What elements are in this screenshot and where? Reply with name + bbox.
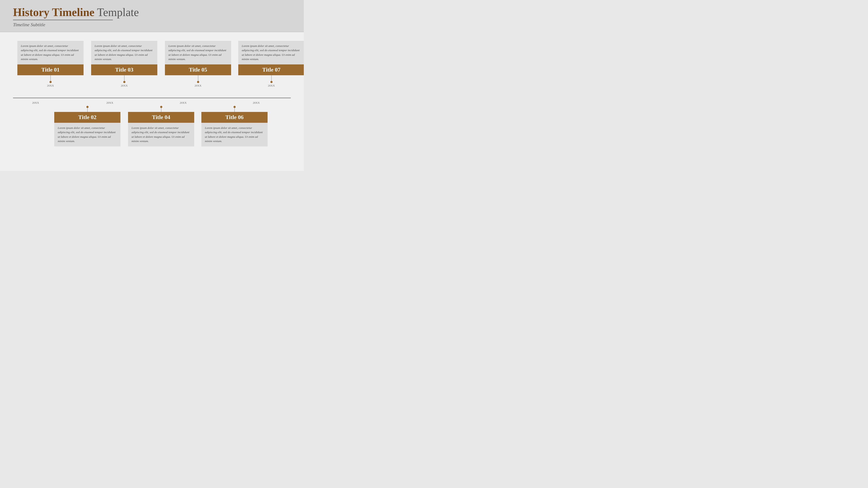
bottom-item-2: Title 02 Lorem ipsum dolor sit amet, con… — [54, 106, 120, 147]
connector-5 — [198, 75, 198, 81]
dot-7 — [270, 81, 273, 83]
card-title-7: Title 07 — [238, 64, 304, 75]
bottom-item-6: Title 06 Lorem ipsum dolor sit amet, con… — [202, 106, 268, 147]
top-item-3: Lorem ipsum dolor sit amet, consectetur … — [91, 41, 157, 88]
card-text-7: Lorem ipsum dolor sit amet, consectetur … — [238, 41, 304, 64]
dot-2 — [86, 106, 89, 108]
bottom-item-4: Title 04 Lorem ipsum dolor sit amet, con… — [128, 106, 194, 147]
card-text-1: Lorem ipsum dolor sit amet, consectetur … — [18, 41, 84, 64]
timeline-container: Lorem ipsum dolor sit amet, consectetur … — [13, 41, 291, 162]
dot-4 — [160, 106, 162, 108]
main-title: History Timeline Template — [13, 6, 291, 19]
card-title-2: Title 02 — [54, 112, 120, 123]
connector-4 — [161, 108, 161, 112]
connector-7 — [271, 75, 272, 81]
header: History Timeline Template Timeline Subti… — [0, 0, 304, 32]
dot-3 — [123, 81, 125, 83]
title-bold: History Timeline — [13, 6, 94, 19]
year-label-5: 20XX — [165, 84, 231, 88]
connector-2 — [87, 108, 88, 112]
year-bottom-2: 20XX — [106, 101, 113, 104]
year-bottom-3: 20XX — [180, 101, 187, 104]
card-title-5: Title 05 — [165, 64, 231, 75]
card-box-1: Lorem ipsum dolor sit amet, consectetur … — [18, 41, 84, 75]
card-title-6: Title 06 — [202, 112, 268, 123]
main-content: Lorem ipsum dolor sit amet, consectetur … — [0, 32, 304, 171]
card-text-5: Lorem ipsum dolor sit amet, consectetur … — [165, 41, 231, 64]
card-box-5: Lorem ipsum dolor sit amet, consectetur … — [165, 41, 231, 75]
dot-5 — [197, 81, 199, 83]
year-bottom-4: 20XX — [253, 101, 260, 104]
top-item-1: Lorem ipsum dolor sit amet, consectetur … — [18, 41, 84, 88]
connector-3 — [124, 75, 125, 81]
title-divider — [13, 20, 113, 20]
card-title-3: Title 03 — [91, 64, 157, 75]
dot-1 — [50, 81, 52, 83]
card-box-6: Title 06 Lorem ipsum dolor sit amet, con… — [202, 112, 268, 147]
card-box-2: Title 02 Lorem ipsum dolor sit amet, con… — [54, 112, 120, 147]
year-label-1: 20XX — [18, 84, 84, 88]
card-box-4: Title 04 Lorem ipsum dolor sit amet, con… — [128, 112, 194, 147]
card-box-3: Lorem ipsum dolor sit amet, consectetur … — [91, 41, 157, 75]
year-bottom-1: 20XX — [32, 101, 39, 104]
card-text-3: Lorem ipsum dolor sit amet, consectetur … — [91, 41, 157, 64]
card-text-4: Lorem ipsum dolor sit amet, consectetur … — [128, 123, 194, 147]
connector-1 — [50, 75, 51, 81]
card-text-6: Lorem ipsum dolor sit amet, consectetur … — [202, 123, 268, 147]
card-box-7: Lorem ipsum dolor sit amet, consectetur … — [238, 41, 304, 75]
year-label-7: 20XX — [238, 84, 304, 88]
card-title-4: Title 04 — [128, 112, 194, 123]
top-item-7: Lorem ipsum dolor sit amet, consectetur … — [238, 41, 304, 88]
card-title-1: Title 01 — [18, 64, 84, 75]
subtitle: Timeline Subtitle — [13, 22, 291, 28]
title-light: Template — [94, 6, 139, 19]
year-label-3: 20XX — [91, 84, 157, 88]
card-text-2: Lorem ipsum dolor sit amet, consectetur … — [54, 123, 120, 147]
dot-6 — [234, 106, 236, 108]
timeline-line — [13, 98, 291, 98]
connector-6 — [235, 108, 235, 112]
top-item-5: Lorem ipsum dolor sit amet, consectetur … — [165, 41, 231, 88]
